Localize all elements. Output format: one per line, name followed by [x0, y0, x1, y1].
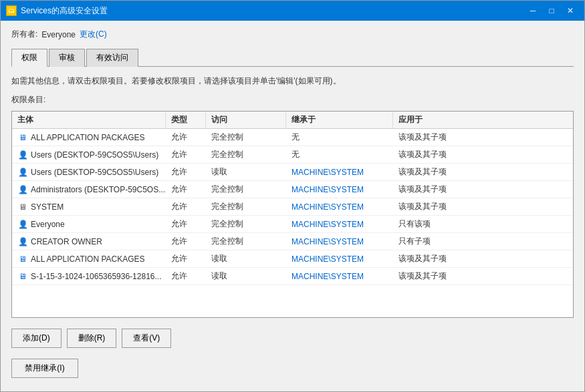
cell-access: 完全控制	[206, 146, 286, 163]
cell-access: 完全控制	[206, 233, 286, 250]
cell-type: 允许	[166, 129, 206, 146]
title-bar: 🗂 Services的高级安全设置 ─ □ ✕	[1, 1, 584, 21]
content-area: 所有者: Everyone 更改(C) 权限 审核 有效访问 如需其他信息，请双…	[1, 21, 584, 391]
maximize-button[interactable]: □	[543, 4, 560, 17]
cell-type: 允许	[166, 198, 206, 215]
permissions-table: 主体 类型 访问 继承于 应用于 🖥 ALL APPLICATION PACKA…	[11, 111, 574, 318]
owner-label: 所有者:	[11, 29, 37, 40]
cell-access: 完全控制	[206, 216, 286, 232]
window-title: Services的高级安全设置	[21, 5, 108, 17]
cell-apply: 该项及其子项	[393, 164, 573, 180]
principal-icon: 🖥	[17, 202, 28, 212]
title-controls: ─ □ ✕	[524, 4, 579, 17]
col-header-access: 访问	[206, 112, 286, 128]
cell-principal: 🖥 ALL APPLICATION PACKAGES	[12, 250, 166, 267]
col-header-principal: 主体	[12, 112, 166, 128]
cell-inherit: 无	[286, 146, 393, 163]
disable-inherit-row: 禁用继承(I)	[11, 356, 574, 383]
table-row[interactable]: 🖥 ALL APPLICATION PACKAGES 允许 完全控制 无 该项及…	[12, 129, 573, 146]
cell-principal: 👤 Users (DESKTOP-59C5OS5\Users)	[12, 164, 166, 180]
table-row[interactable]: 👤 Everyone 允许 完全控制 MACHINE\SYSTEM 只有该项	[12, 216, 573, 233]
cell-principal: 👤 CREATOR OWNER	[12, 233, 166, 250]
cell-type: 允许	[166, 233, 206, 250]
principal-icon: 👤	[17, 167, 28, 178]
cell-inherit: MACHINE\SYSTEM	[286, 250, 393, 267]
cell-principal: 👤 Users (DESKTOP-59C5OS5\Users)	[12, 146, 166, 163]
close-button[interactable]: ✕	[562, 4, 579, 17]
disable-inherit-button[interactable]: 禁用继承(I)	[11, 359, 78, 378]
cell-type: 允许	[166, 250, 206, 267]
cell-principal: 🖥 SYSTEM	[12, 198, 166, 215]
add-button[interactable]: 添加(D)	[11, 329, 62, 348]
cell-inherit: MACHINE\SYSTEM	[286, 181, 393, 198]
minimize-button[interactable]: ─	[524, 4, 542, 17]
cell-apply: 该项及其子项	[393, 146, 573, 163]
remove-button[interactable]: 删除(R)	[67, 329, 117, 348]
principal-icon: 👤	[17, 184, 28, 195]
cell-apply: 该项及其子项	[393, 129, 573, 146]
owner-row: 所有者: Everyone 更改(C)	[11, 29, 574, 40]
permission-label: 权限条目:	[11, 94, 574, 106]
cell-inherit: MACHINE\SYSTEM	[286, 268, 393, 284]
table-row[interactable]: 👤 Users (DESKTOP-59C5OS5\Users) 允许 完全控制 …	[12, 146, 573, 164]
cell-type: 允许	[166, 181, 206, 198]
cell-type: 允许	[166, 164, 206, 180]
tabs-container: 权限 审核 有效访问	[11, 48, 574, 67]
cell-principal: 👤 Administrators (DESKTOP-59C5OS...	[12, 181, 166, 198]
cell-access: 完全控制	[206, 129, 286, 146]
cell-access: 完全控制	[206, 198, 286, 215]
cell-access: 读取	[206, 250, 286, 267]
table-header: 主体 类型 访问 继承于 应用于	[12, 112, 573, 129]
cell-inherit: 无	[286, 129, 393, 146]
tab-audit[interactable]: 审核	[49, 49, 85, 67]
principal-icon: 👤	[17, 219, 28, 230]
owner-value: Everyone	[41, 30, 76, 39]
title-bar-left: 🗂 Services的高级安全设置	[6, 5, 108, 17]
cell-inherit: MACHINE\SYSTEM	[286, 164, 393, 180]
cell-type: 允许	[166, 216, 206, 232]
cell-inherit: MACHINE\SYSTEM	[286, 198, 393, 215]
col-header-type: 类型	[166, 112, 206, 128]
col-header-apply: 应用于	[393, 112, 573, 128]
tab-effective-access[interactable]: 有效访问	[86, 49, 138, 67]
cell-apply: 该项及其子项	[393, 268, 573, 284]
cell-type: 允许	[166, 268, 206, 284]
cell-inherit: MACHINE\SYSTEM	[286, 233, 393, 250]
principal-icon: 🖥	[17, 132, 28, 143]
cell-type: 允许	[166, 146, 206, 163]
main-window: 🗂 Services的高级安全设置 ─ □ ✕ 所有者: Everyone 更改…	[0, 0, 585, 392]
table-row[interactable]: 👤 CREATOR OWNER 允许 完全控制 MACHINE\SYSTEM 只…	[12, 233, 573, 250]
principal-icon: 👤	[17, 236, 28, 247]
cell-apply: 该项及其子项	[393, 250, 573, 267]
col-header-inherit: 继承于	[286, 112, 393, 128]
change-owner-link[interactable]: 更改(C)	[80, 29, 107, 40]
info-text: 如需其他信息，请双击权限项目。若要修改权限项目，请选择该项目并单击'编辑'(如果…	[11, 75, 574, 87]
cell-apply: 该项及其子项	[393, 198, 573, 215]
cell-principal: 👤 Everyone	[12, 216, 166, 232]
tab-permissions[interactable]: 权限	[11, 49, 47, 67]
cell-access: 读取	[206, 268, 286, 284]
principal-icon: 👤	[17, 150, 28, 160]
view-button[interactable]: 查看(V)	[122, 329, 171, 348]
table-row[interactable]: 👤 Administrators (DESKTOP-59C5OS... 允许 完…	[12, 181, 573, 198]
cell-apply: 只有该项	[393, 216, 573, 232]
cell-principal: 🖥 ALL APPLICATION PACKAGES	[12, 129, 166, 146]
table-row[interactable]: 🖥 SYSTEM 允许 完全控制 MACHINE\SYSTEM 该项及其子项	[12, 198, 573, 216]
cell-apply: 该项及其子项	[393, 181, 573, 198]
window-icon: 🗂	[6, 5, 17, 16]
table-row[interactable]: 🖥 ALL APPLICATION PACKAGES 允许 读取 MACHINE…	[12, 250, 573, 268]
principal-icon: 🖥	[17, 271, 28, 282]
cell-access: 完全控制	[206, 181, 286, 198]
bottom-buttons: 添加(D) 删除(R) 查看(V)	[11, 323, 574, 351]
cell-inherit: MACHINE\SYSTEM	[286, 216, 393, 232]
principal-icon: 🖥	[17, 254, 28, 264]
cell-apply: 只有子项	[393, 233, 573, 250]
table-row[interactable]: 🖥 S-1-15-3-1024-1065365936-12816... 允许 读…	[12, 268, 573, 285]
cell-principal: 🖥 S-1-15-3-1024-1065365936-12816...	[12, 268, 166, 284]
table-body: 🖥 ALL APPLICATION PACKAGES 允许 完全控制 无 该项及…	[12, 129, 573, 317]
cell-access: 读取	[206, 164, 286, 180]
table-row[interactable]: 👤 Users (DESKTOP-59C5OS5\Users) 允许 读取 MA…	[12, 164, 573, 181]
